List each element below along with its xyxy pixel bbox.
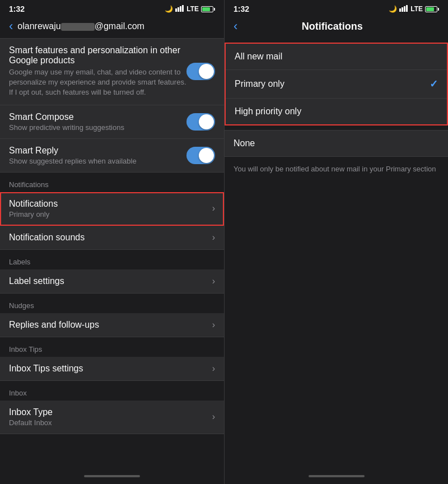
status-icons-right: 🌙 LTE: [389, 5, 439, 13]
all-new-mail-label: All new mail: [235, 52, 438, 62]
svg-rect-4: [399, 8, 401, 12]
smart-reply-content: Smart Reply Show suggested replies when …: [9, 146, 186, 165]
battery-icon-left: [201, 6, 215, 12]
signal-icon-left: [175, 5, 184, 13]
account-email: olanrewaju@gmail.com: [17, 21, 144, 31]
replies-followups-chevron: ›: [212, 320, 215, 330]
svg-rect-5: [402, 7, 403, 12]
replies-followups-title: Replies and follow-ups: [9, 320, 208, 330]
notification-sounds-row[interactable]: Notification sounds ›: [0, 226, 224, 250]
primary-only-option[interactable]: Primary only ✓: [226, 70, 447, 99]
moon-icon-right: 🌙: [389, 5, 397, 13]
notifications-chevron: ›: [212, 203, 215, 213]
smart-compose-subtitle: Show predictive writing suggestions: [9, 123, 186, 132]
inbox-tips-content: Inbox Tips settings: [9, 364, 208, 374]
smart-features-title: Smart features and personalization in ot…: [9, 45, 186, 66]
lte-label-right: LTE: [410, 5, 423, 13]
scroll-bar-left: [84, 475, 140, 477]
smart-reply-toggle[interactable]: [186, 147, 215, 164]
left-panel-content: Smart features and personalization in ot…: [0, 38, 224, 468]
smart-compose-content: Smart Compose Show predictive writing su…: [9, 112, 186, 132]
high-priority-only-option[interactable]: High priority only: [226, 99, 447, 124]
right-panel-title: Notifications: [242, 21, 422, 32]
status-bar-left: 1:32 🌙 LTE: [0, 0, 224, 17]
high-priority-label: High priority only: [235, 106, 438, 117]
svg-rect-6: [404, 6, 405, 12]
right-panel-content: All new mail Primary only ✓ High priorit…: [225, 38, 448, 468]
smart-compose-toggle[interactable]: [186, 113, 215, 131]
inbox-type-content: Inbox Type Default Inbox: [9, 407, 208, 427]
time-right: 1:32: [234, 4, 249, 13]
nudges-section-header: Nudges: [0, 294, 224, 313]
right-panel: 1:32 🌙 LTE ‹ Notifications: [224, 0, 448, 484]
lte-label-left: LTE: [186, 5, 199, 13]
notifications-content: Notifications Primary only: [9, 199, 208, 218]
status-icons-left: 🌙 LTE: [165, 5, 215, 13]
notifications-title: Notifications: [9, 199, 208, 209]
notification-description: You will only be notified about new mail…: [234, 164, 439, 175]
inbox-type-chevron: ›: [212, 412, 215, 422]
svg-rect-2: [180, 6, 181, 12]
notification-sounds-title: Notification sounds: [9, 232, 208, 243]
inbox-section-header: Inbox: [0, 381, 224, 401]
smart-compose-row[interactable]: Smart Compose Show predictive writing su…: [0, 105, 224, 139]
smart-compose-title: Smart Compose: [9, 112, 186, 122]
label-settings-title: Label settings: [9, 276, 208, 286]
left-panel: 1:32 🌙 LTE ‹ olanrewaju@gmail.com: [0, 0, 224, 484]
replies-followups-content: Replies and follow-ups: [9, 320, 208, 330]
notification-options-section: All new mail Primary only ✓ High priorit…: [225, 43, 448, 125]
toggle-knob-3: [199, 148, 214, 163]
toggle-knob-2: [199, 114, 214, 129]
smart-reply-subtitle: Show suggested replies when available: [9, 157, 186, 165]
primary-only-checkmark: ✓: [430, 78, 438, 90]
panel-header-right: ‹ Notifications: [225, 17, 448, 38]
svg-rect-7: [406, 5, 408, 12]
battery-icon-right: [425, 6, 439, 12]
none-option-row[interactable]: None: [225, 130, 448, 157]
inbox-type-title: Inbox Type: [9, 407, 208, 417]
none-label: None: [234, 138, 255, 148]
scroll-bar-right: [309, 475, 365, 477]
time-left: 1:32: [9, 4, 25, 13]
notification-sounds-content: Notification sounds: [9, 232, 208, 243]
inbox-tips-section-header: Inbox Tips: [0, 337, 224, 357]
labels-section-header: Labels: [0, 250, 224, 269]
back-button-left[interactable]: ‹: [9, 20, 13, 32]
notifications-subtitle: Primary only: [9, 210, 208, 218]
moon-icon-left: 🌙: [165, 5, 173, 13]
status-bar-right: 1:32 🌙 LTE: [225, 0, 448, 17]
notification-sounds-chevron: ›: [212, 232, 215, 243]
notification-description-box: You will only be notified about new mail…: [225, 157, 448, 182]
svg-rect-1: [178, 7, 179, 12]
inbox-type-subtitle: Default Inbox: [9, 418, 208, 427]
right-scroll-indicator: [225, 468, 448, 484]
left-scroll-indicator: [0, 468, 224, 484]
smart-features-toggle[interactable]: [186, 63, 215, 80]
panel-header-left: ‹ olanrewaju@gmail.com: [0, 17, 224, 38]
inbox-tips-chevron: ›: [212, 364, 215, 374]
inbox-tips-settings-row[interactable]: Inbox Tips settings ›: [0, 357, 224, 381]
toggle-knob: [199, 64, 214, 79]
smart-reply-title: Smart Reply: [9, 146, 186, 156]
all-new-mail-option[interactable]: All new mail: [226, 44, 447, 70]
signal-icon-right: [399, 5, 408, 13]
svg-rect-0: [175, 8, 177, 12]
inbox-tips-title: Inbox Tips settings: [9, 364, 208, 374]
smart-features-content: Smart features and personalization in ot…: [9, 45, 186, 98]
inbox-type-row[interactable]: Inbox Type Default Inbox ›: [0, 401, 224, 434]
smart-features-description: Google may use my email, chat, and video…: [9, 67, 186, 98]
notifications-row[interactable]: Notifications Primary only ›: [0, 192, 224, 226]
label-settings-row[interactable]: Label settings ›: [0, 269, 224, 294]
primary-only-label: Primary only: [235, 79, 430, 89]
label-settings-chevron: ›: [212, 276, 215, 286]
back-button-right[interactable]: ‹: [234, 20, 237, 32]
svg-rect-3: [182, 5, 184, 12]
replies-followups-row[interactable]: Replies and follow-ups ›: [0, 313, 224, 337]
smart-features-row[interactable]: Smart features and personalization in ot…: [0, 38, 224, 105]
smart-reply-row[interactable]: Smart Reply Show suggested replies when …: [0, 139, 224, 173]
notifications-section-header: Notifications: [0, 173, 224, 192]
label-settings-content: Label settings: [9, 276, 208, 286]
email-blur: [61, 23, 95, 31]
